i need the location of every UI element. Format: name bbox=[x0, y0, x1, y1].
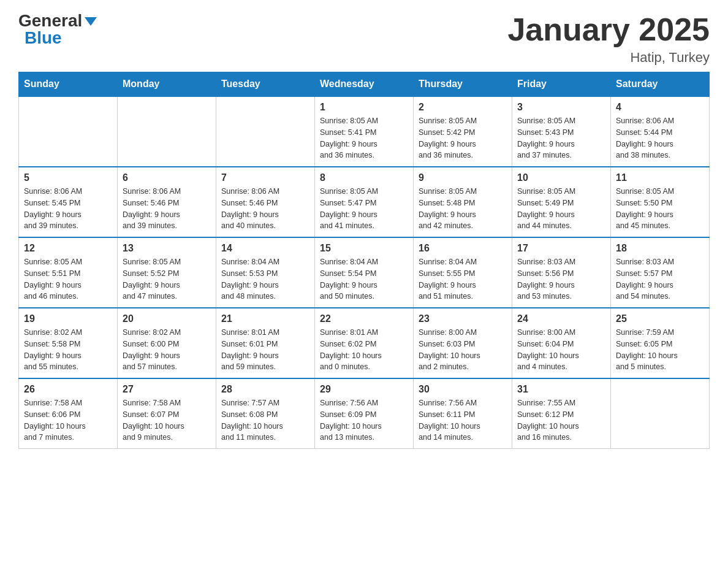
day-info: Sunrise: 8:06 AM Sunset: 5:46 PM Dayligh… bbox=[123, 186, 211, 232]
day-number: 29 bbox=[320, 384, 408, 395]
logo-general-text: General bbox=[18, 12, 82, 29]
calendar-cell: 8Sunrise: 8:05 AM Sunset: 5:47 PM Daylig… bbox=[315, 167, 414, 237]
day-number: 9 bbox=[419, 172, 507, 183]
day-info: Sunrise: 7:58 AM Sunset: 6:07 PM Dayligh… bbox=[123, 397, 211, 443]
day-info: Sunrise: 8:04 AM Sunset: 5:53 PM Dayligh… bbox=[221, 256, 309, 302]
day-number: 16 bbox=[419, 243, 507, 254]
day-number: 4 bbox=[616, 102, 704, 113]
calendar-cell bbox=[216, 96, 315, 167]
calendar-cell: 10Sunrise: 8:05 AM Sunset: 5:49 PM Dayli… bbox=[512, 167, 611, 237]
calendar-cell bbox=[118, 96, 216, 167]
title-block: January 2025 Hatip, Turkey bbox=[507, 12, 710, 66]
day-number: 7 bbox=[221, 172, 309, 183]
day-info: Sunrise: 8:02 AM Sunset: 5:58 PM Dayligh… bbox=[24, 327, 112, 373]
day-number: 17 bbox=[517, 243, 605, 254]
calendar-cell: 23Sunrise: 8:00 AM Sunset: 6:03 PM Dayli… bbox=[414, 308, 512, 378]
page-header: General Blue January 2025 Hatip, Turkey bbox=[18, 12, 710, 66]
day-info: Sunrise: 8:00 AM Sunset: 6:03 PM Dayligh… bbox=[419, 327, 507, 373]
calendar-cell: 2Sunrise: 8:05 AM Sunset: 5:42 PM Daylig… bbox=[414, 96, 512, 167]
calendar-table: SundayMondayTuesdayWednesdayThursdayFrid… bbox=[18, 72, 710, 449]
day-info: Sunrise: 8:03 AM Sunset: 5:56 PM Dayligh… bbox=[517, 256, 605, 302]
calendar-cell: 5Sunrise: 8:06 AM Sunset: 5:45 PM Daylig… bbox=[19, 167, 118, 237]
day-info: Sunrise: 7:58 AM Sunset: 6:06 PM Dayligh… bbox=[24, 397, 112, 443]
day-number: 1 bbox=[320, 102, 408, 113]
day-info: Sunrise: 7:57 AM Sunset: 6:08 PM Dayligh… bbox=[221, 397, 309, 443]
weekday-header-sunday: Sunday bbox=[19, 72, 118, 97]
day-info: Sunrise: 8:05 AM Sunset: 5:52 PM Dayligh… bbox=[123, 256, 211, 302]
location-text: Hatip, Turkey bbox=[507, 50, 710, 66]
day-info: Sunrise: 8:04 AM Sunset: 5:55 PM Dayligh… bbox=[419, 256, 507, 302]
day-info: Sunrise: 8:05 AM Sunset: 5:48 PM Dayligh… bbox=[419, 186, 507, 232]
day-number: 26 bbox=[24, 384, 112, 395]
day-number: 28 bbox=[221, 384, 309, 395]
weekday-header-monday: Monday bbox=[118, 72, 216, 97]
calendar-cell: 3Sunrise: 8:05 AM Sunset: 5:43 PM Daylig… bbox=[512, 96, 611, 167]
day-number: 13 bbox=[123, 243, 211, 254]
day-info: Sunrise: 8:05 AM Sunset: 5:43 PM Dayligh… bbox=[517, 115, 605, 161]
calendar-cell: 31Sunrise: 7:55 AM Sunset: 6:12 PM Dayli… bbox=[512, 378, 611, 449]
day-info: Sunrise: 8:06 AM Sunset: 5:46 PM Dayligh… bbox=[221, 186, 309, 232]
day-number: 24 bbox=[517, 313, 605, 324]
day-info: Sunrise: 8:00 AM Sunset: 6:04 PM Dayligh… bbox=[517, 327, 605, 373]
day-number: 20 bbox=[123, 313, 211, 324]
weekday-header-saturday: Saturday bbox=[611, 72, 710, 97]
calendar-cell: 26Sunrise: 7:58 AM Sunset: 6:06 PM Dayli… bbox=[19, 378, 118, 449]
week-row-4: 19Sunrise: 8:02 AM Sunset: 5:58 PM Dayli… bbox=[19, 308, 710, 378]
calendar-cell: 12Sunrise: 8:05 AM Sunset: 5:51 PM Dayli… bbox=[19, 237, 118, 308]
day-info: Sunrise: 7:56 AM Sunset: 6:11 PM Dayligh… bbox=[419, 397, 507, 443]
day-number: 14 bbox=[221, 243, 309, 254]
week-row-5: 26Sunrise: 7:58 AM Sunset: 6:06 PM Dayli… bbox=[19, 378, 710, 449]
calendar-cell: 20Sunrise: 8:02 AM Sunset: 6:00 PM Dayli… bbox=[118, 308, 216, 378]
calendar-cell: 19Sunrise: 8:02 AM Sunset: 5:58 PM Dayli… bbox=[19, 308, 118, 378]
day-number: 6 bbox=[123, 172, 211, 183]
calendar-cell bbox=[19, 96, 118, 167]
calendar-cell: 16Sunrise: 8:04 AM Sunset: 5:55 PM Dayli… bbox=[414, 237, 512, 308]
day-number: 18 bbox=[616, 243, 704, 254]
day-info: Sunrise: 8:05 AM Sunset: 5:49 PM Dayligh… bbox=[517, 186, 605, 232]
week-row-1: 1Sunrise: 8:05 AM Sunset: 5:41 PM Daylig… bbox=[19, 96, 710, 167]
day-info: Sunrise: 8:05 AM Sunset: 5:51 PM Dayligh… bbox=[24, 256, 112, 302]
day-info: Sunrise: 8:05 AM Sunset: 5:42 PM Dayligh… bbox=[419, 115, 507, 161]
day-number: 23 bbox=[419, 313, 507, 324]
day-number: 27 bbox=[123, 384, 211, 395]
weekday-header-wednesday: Wednesday bbox=[315, 72, 414, 97]
weekday-header-friday: Friday bbox=[512, 72, 611, 97]
week-row-2: 5Sunrise: 8:06 AM Sunset: 5:45 PM Daylig… bbox=[19, 167, 710, 237]
day-info: Sunrise: 7:56 AM Sunset: 6:09 PM Dayligh… bbox=[320, 397, 408, 443]
logo-triangle-icon bbox=[85, 17, 97, 26]
day-info: Sunrise: 8:02 AM Sunset: 6:00 PM Dayligh… bbox=[123, 327, 211, 373]
day-info: Sunrise: 8:06 AM Sunset: 5:44 PM Dayligh… bbox=[616, 115, 704, 161]
logo-blue-text: Blue bbox=[25, 29, 62, 47]
day-info: Sunrise: 8:05 AM Sunset: 5:50 PM Dayligh… bbox=[616, 186, 704, 232]
calendar-cell: 18Sunrise: 8:03 AM Sunset: 5:57 PM Dayli… bbox=[611, 237, 710, 308]
calendar-cell: 4Sunrise: 8:06 AM Sunset: 5:44 PM Daylig… bbox=[611, 96, 710, 167]
calendar-cell: 1Sunrise: 8:05 AM Sunset: 5:41 PM Daylig… bbox=[315, 96, 414, 167]
calendar-cell: 13Sunrise: 8:05 AM Sunset: 5:52 PM Dayli… bbox=[118, 237, 216, 308]
calendar-cell: 17Sunrise: 8:03 AM Sunset: 5:56 PM Dayli… bbox=[512, 237, 611, 308]
calendar-cell: 21Sunrise: 8:01 AM Sunset: 6:01 PM Dayli… bbox=[216, 308, 315, 378]
day-number: 25 bbox=[616, 313, 704, 324]
calendar-cell: 6Sunrise: 8:06 AM Sunset: 5:46 PM Daylig… bbox=[118, 167, 216, 237]
calendar-cell: 11Sunrise: 8:05 AM Sunset: 5:50 PM Dayli… bbox=[611, 167, 710, 237]
calendar-cell: 15Sunrise: 8:04 AM Sunset: 5:54 PM Dayli… bbox=[315, 237, 414, 308]
day-number: 22 bbox=[320, 313, 408, 324]
day-info: Sunrise: 7:59 AM Sunset: 6:05 PM Dayligh… bbox=[616, 327, 704, 373]
calendar-cell: 25Sunrise: 7:59 AM Sunset: 6:05 PM Dayli… bbox=[611, 308, 710, 378]
calendar-cell: 27Sunrise: 7:58 AM Sunset: 6:07 PM Dayli… bbox=[118, 378, 216, 449]
calendar-cell: 14Sunrise: 8:04 AM Sunset: 5:53 PM Dayli… bbox=[216, 237, 315, 308]
day-number: 3 bbox=[517, 102, 605, 113]
day-info: Sunrise: 8:01 AM Sunset: 6:02 PM Dayligh… bbox=[320, 327, 408, 373]
day-number: 8 bbox=[320, 172, 408, 183]
calendar-cell: 30Sunrise: 7:56 AM Sunset: 6:11 PM Dayli… bbox=[414, 378, 512, 449]
day-number: 21 bbox=[221, 313, 309, 324]
calendar-cell: 7Sunrise: 8:06 AM Sunset: 5:46 PM Daylig… bbox=[216, 167, 315, 237]
calendar-cell bbox=[611, 378, 710, 449]
calendar-cell: 9Sunrise: 8:05 AM Sunset: 5:48 PM Daylig… bbox=[414, 167, 512, 237]
day-number: 31 bbox=[517, 384, 605, 395]
day-number: 19 bbox=[24, 313, 112, 324]
weekday-header-thursday: Thursday bbox=[414, 72, 512, 97]
calendar-header-row: SundayMondayTuesdayWednesdayThursdayFrid… bbox=[19, 72, 710, 97]
day-number: 12 bbox=[24, 243, 112, 254]
day-info: Sunrise: 8:05 AM Sunset: 5:47 PM Dayligh… bbox=[320, 186, 408, 232]
day-info: Sunrise: 8:01 AM Sunset: 6:01 PM Dayligh… bbox=[221, 327, 309, 373]
